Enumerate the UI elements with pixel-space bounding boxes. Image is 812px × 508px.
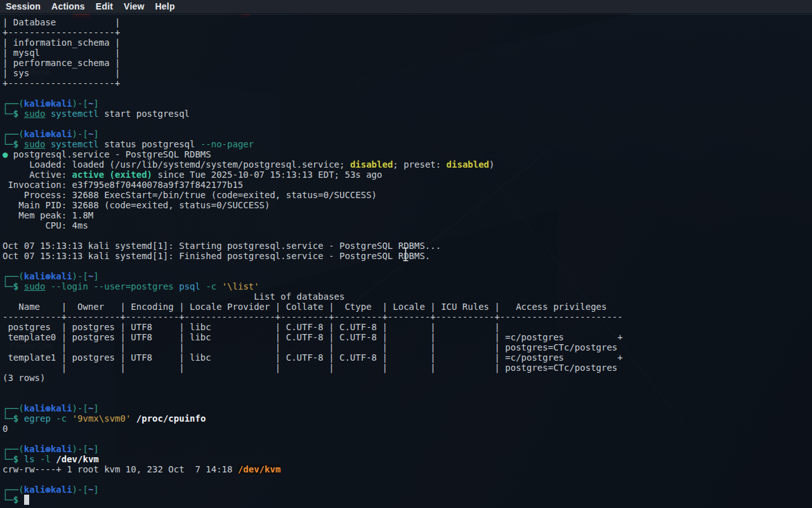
terminal-line: | Database | <box>3 17 623 27</box>
terminal-line <box>3 434 623 444</box>
terminal-line: ┌──(kali⊛kali)-[~] <box>3 444 623 454</box>
terminal-line: ┌──(kali⊛kali)-[~] <box>3 129 623 139</box>
menu-item-view[interactable]: View <box>119 1 148 13</box>
menu-item-edit[interactable]: Edit <box>91 1 117 13</box>
terminal-line: └─$ <box>3 495 623 505</box>
terminal-line <box>3 383 623 393</box>
terminal-lines: | Database |+--------------------+| info… <box>3 17 623 505</box>
terminal-line: template0 | postgres | UTF8 | libc | C.U… <box>3 332 623 342</box>
terminal-line <box>3 393 623 403</box>
terminal-line: | | | | | | | | postgres=CTc/postgres <box>3 363 623 373</box>
terminal-menubar: Session Actions Edit View Help <box>0 0 812 14</box>
terminal-line: ┌──(kali⊛kali)-[~] <box>3 98 623 109</box>
terminal-line: | performance_schema | <box>3 58 623 68</box>
terminal-line: Main PID: 32688 (code=exited, status=0/S… <box>3 200 623 210</box>
terminal-line: Invocation: e3f795e8f70440078a9f37f84217… <box>3 180 623 190</box>
terminal-line: Oct 07 15:13:13 kali systemd[1]: Startin… <box>3 241 623 251</box>
terminal-line <box>3 474 623 485</box>
terminal-line: postgres | postgres | UTF8 | libc | C.UT… <box>3 322 623 332</box>
terminal-line: List of databases <box>3 291 623 302</box>
menu-item-help[interactable]: Help <box>151 1 180 13</box>
terminal-block-cursor <box>24 495 29 505</box>
terminal-line: 0 <box>3 424 623 434</box>
menu-item-session[interactable]: Session <box>1 1 45 13</box>
terminal-line: (3 rows) <box>3 373 623 383</box>
terminal-line <box>3 261 623 271</box>
terminal-line: template1 | postgres | UTF8 | libc | C.U… <box>3 352 623 363</box>
terminal-line: Process: 32688 ExecStart=/bin/true (code… <box>3 190 623 200</box>
terminal-line: └─$ sudo systemctl start postgresql <box>3 109 623 119</box>
terminal-line: -----------+----------+----------+------… <box>3 312 623 322</box>
terminal-line: crw-rw----+ 1 root kvm 10, 232 Oct 7 14:… <box>3 464 623 474</box>
terminal-line: ┌──(kali⊛kali)-[~] <box>3 485 623 495</box>
terminal-line <box>3 119 623 129</box>
terminal-line <box>3 88 623 98</box>
terminal-line: Active: active (exited) since Tue 2025-1… <box>3 170 623 180</box>
terminal-line: Name | Owner | Encoding | Locale Provide… <box>3 302 623 312</box>
terminal-line: └─$ egrep -c '9vmx\svm0' /proc/cpuinfo <box>3 413 623 424</box>
terminal-line: +--------------------+ <box>3 78 623 88</box>
terminal-line: | mysql | <box>3 48 623 58</box>
terminal-line: └─$ ls -l /dev/kvm <box>3 454 623 464</box>
terminal-line: Loaded: loaded (/usr/lib/systemd/system/… <box>3 159 623 170</box>
terminal-line: | information_schema | <box>3 37 623 48</box>
terminal-line: Mem peak: 1.8M <box>3 210 623 220</box>
terminal-line: | sys | <box>3 68 623 78</box>
terminal-line: └─$ sudo --login --user=postgres psql -c… <box>3 281 623 291</box>
terminal-line: Oct 07 15:13:13 kali systemd[1]: Finishe… <box>3 251 623 261</box>
terminal-line: CPU: 4ms <box>3 220 623 231</box>
terminal-line: └─$ sudo systemctl status postgresql --n… <box>3 139 623 149</box>
terminal-line: ┌──(kali⊛kali)-[~] <box>3 271 623 281</box>
menu-item-actions[interactable]: Actions <box>47 1 89 13</box>
terminal-line: +--------------------+ <box>3 27 623 37</box>
terminal-line <box>3 231 623 241</box>
terminal-line: | | | | | | | | postgres=CTc/postgres <box>3 342 623 352</box>
terminal-line: ┌──(kali⊛kali)-[~] <box>3 403 623 413</box>
terminal-line: ● postgresql.service - PostgreSQL RDBMS <box>3 149 623 159</box>
text-cursor-icon <box>402 247 410 264</box>
